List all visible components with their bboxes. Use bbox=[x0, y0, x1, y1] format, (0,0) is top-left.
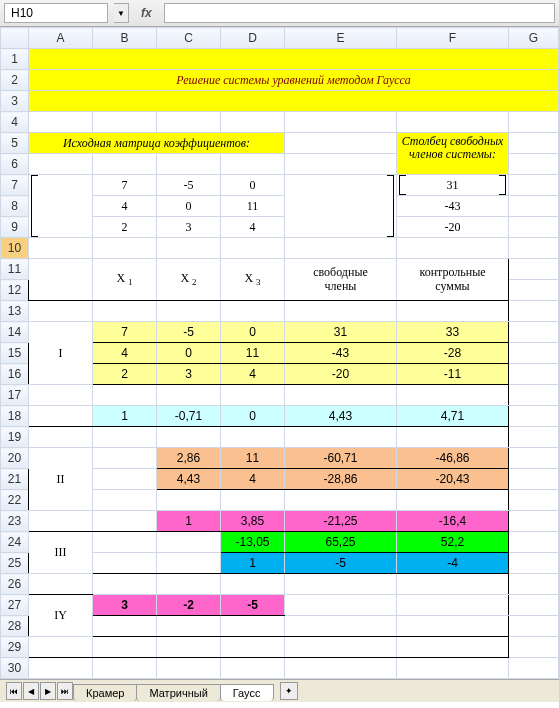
row-header[interactable]: 30 bbox=[1, 658, 29, 679]
row-header[interactable]: 27 bbox=[1, 595, 29, 616]
cell[interactable]: 2 bbox=[93, 364, 157, 385]
cell[interactable] bbox=[509, 490, 559, 511]
cell[interactable] bbox=[397, 616, 509, 637]
cell[interactable] bbox=[285, 574, 397, 595]
cell[interactable] bbox=[509, 343, 559, 364]
cell[interactable] bbox=[285, 637, 397, 658]
cell[interactable] bbox=[157, 658, 221, 679]
cell[interactable] bbox=[221, 490, 285, 511]
row-header[interactable]: 29 bbox=[1, 637, 29, 658]
cell[interactable]: -43 bbox=[285, 343, 397, 364]
col-header-E[interactable]: E bbox=[285, 28, 397, 49]
col-header-F[interactable]: F bbox=[397, 28, 509, 49]
select-all-corner[interactable] bbox=[1, 28, 29, 49]
cell[interactable] bbox=[509, 112, 559, 133]
matrix-cell[interactable]: 0 bbox=[221, 175, 285, 196]
row-header[interactable]: 9 bbox=[1, 217, 29, 238]
cell[interactable] bbox=[29, 574, 93, 595]
cell[interactable] bbox=[397, 238, 509, 259]
cell[interactable]: 2,86 bbox=[157, 448, 221, 469]
cell[interactable]: 65,25 bbox=[285, 532, 397, 553]
cell[interactable]: -60,71 bbox=[285, 448, 397, 469]
cell[interactable] bbox=[93, 637, 157, 658]
cell[interactable] bbox=[221, 154, 285, 175]
cell[interactable] bbox=[93, 301, 157, 322]
row-header[interactable]: 20 bbox=[1, 448, 29, 469]
cell[interactable] bbox=[285, 154, 397, 175]
cell[interactable] bbox=[285, 427, 397, 448]
tab-nav-first[interactable]: ⏮ bbox=[6, 682, 22, 700]
matrix-cell[interactable]: -5 bbox=[157, 175, 221, 196]
cell[interactable]: -4 bbox=[397, 553, 509, 574]
cell[interactable] bbox=[397, 301, 509, 322]
cell[interactable] bbox=[509, 175, 559, 196]
matrix-cell[interactable]: 11 bbox=[221, 196, 285, 217]
cell[interactable] bbox=[397, 595, 509, 616]
row-header[interactable]: 11 bbox=[1, 259, 29, 280]
cell[interactable]: -21,25 bbox=[285, 511, 397, 532]
stage-label-3[interactable]: III bbox=[29, 532, 93, 574]
cell[interactable] bbox=[93, 490, 157, 511]
col-header-D[interactable]: D bbox=[221, 28, 285, 49]
cell[interactable] bbox=[221, 385, 285, 406]
col-header-free[interactable]: свободные члены bbox=[285, 259, 397, 301]
cell[interactable]: -0,71 bbox=[157, 406, 221, 427]
cell[interactable]: 4,43 bbox=[285, 406, 397, 427]
matrix-cell[interactable]: 3 bbox=[157, 217, 221, 238]
cell[interactable] bbox=[509, 133, 559, 154]
cell[interactable] bbox=[29, 49, 559, 70]
cell[interactable] bbox=[509, 217, 559, 238]
free-cell[interactable]: -20 bbox=[397, 217, 509, 238]
cell[interactable]: -11 bbox=[397, 364, 509, 385]
cell[interactable] bbox=[397, 490, 509, 511]
row-header[interactable]: 13 bbox=[1, 301, 29, 322]
matrix-cell[interactable]: 7 bbox=[93, 175, 157, 196]
col-header-x3[interactable]: X 3 bbox=[221, 259, 285, 301]
free-cell[interactable]: -43 bbox=[397, 196, 509, 217]
cell[interactable] bbox=[93, 112, 157, 133]
cell[interactable] bbox=[509, 259, 559, 280]
cell[interactable] bbox=[29, 385, 93, 406]
cell[interactable] bbox=[285, 238, 397, 259]
row-header[interactable]: 19 bbox=[1, 427, 29, 448]
cell[interactable]: 0 bbox=[221, 322, 285, 343]
cell[interactable] bbox=[397, 427, 509, 448]
cell[interactable]: 3 bbox=[93, 595, 157, 616]
row-header[interactable]: 15 bbox=[1, 343, 29, 364]
cell[interactable] bbox=[157, 637, 221, 658]
cell[interactable] bbox=[285, 301, 397, 322]
row-header[interactable]: 2 bbox=[1, 70, 29, 91]
row-header[interactable]: 6 bbox=[1, 154, 29, 175]
row-header[interactable]: 22 bbox=[1, 490, 29, 511]
cell[interactable] bbox=[221, 112, 285, 133]
cell[interactable]: 11 bbox=[221, 448, 285, 469]
cell[interactable] bbox=[221, 238, 285, 259]
row-header[interactable]: 14 bbox=[1, 322, 29, 343]
row-header[interactable]: 25 bbox=[1, 553, 29, 574]
cell[interactable] bbox=[509, 385, 559, 406]
fx-label[interactable]: fx bbox=[135, 6, 158, 20]
cell[interactable] bbox=[509, 553, 559, 574]
cell[interactable]: 1 bbox=[93, 406, 157, 427]
cell[interactable] bbox=[509, 238, 559, 259]
cell[interactable] bbox=[93, 238, 157, 259]
cell[interactable] bbox=[93, 574, 157, 595]
cell[interactable]: 1 bbox=[221, 553, 285, 574]
matrix-cell[interactable]: 4 bbox=[221, 217, 285, 238]
cell[interactable] bbox=[397, 574, 509, 595]
cell[interactable] bbox=[29, 154, 93, 175]
cell[interactable] bbox=[157, 490, 221, 511]
cell[interactable] bbox=[93, 532, 157, 553]
cell[interactable] bbox=[29, 91, 559, 112]
row-header[interactable]: 16 bbox=[1, 364, 29, 385]
cell[interactable] bbox=[221, 658, 285, 679]
cell[interactable] bbox=[157, 553, 221, 574]
cell[interactable] bbox=[285, 595, 397, 616]
cell[interactable] bbox=[285, 616, 397, 637]
row-header[interactable]: 12 bbox=[1, 280, 29, 301]
cell[interactable] bbox=[157, 112, 221, 133]
cell[interactable] bbox=[93, 553, 157, 574]
cell[interactable]: -20 bbox=[285, 364, 397, 385]
cell[interactable] bbox=[157, 616, 221, 637]
col-header-x2[interactable]: X 2 bbox=[157, 259, 221, 301]
